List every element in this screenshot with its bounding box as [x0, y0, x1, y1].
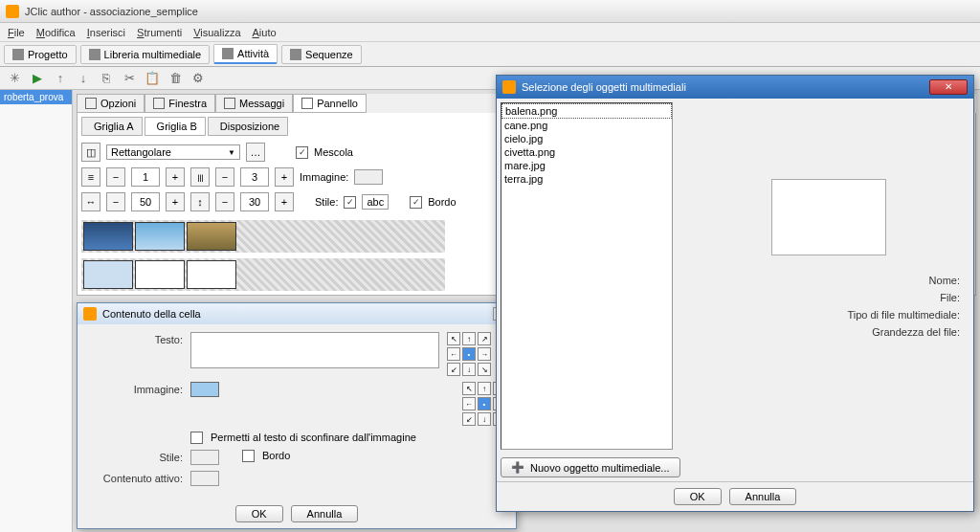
contenuto-button[interactable]: [190, 471, 219, 486]
file-item-cielo[interactable]: cielo.jpg: [501, 132, 672, 145]
messages-icon: [224, 98, 235, 109]
delete-button[interactable]: 🗑: [167, 70, 184, 87]
shape-icon-button[interactable]: ◫: [81, 143, 100, 162]
copy-button[interactable]: ⎘: [98, 70, 115, 87]
text-align-grid: ↖↑↗ ←•→ ↙↓↘: [447, 332, 491, 376]
arrow-up-button[interactable]: ↑: [52, 70, 69, 87]
mode-tabs: Progetto Libreria multimediale Attività …: [0, 42, 980, 67]
media-dialog-title: Selezione degli oggetti multimediali: [522, 81, 686, 93]
width-plus[interactable]: +: [166, 192, 185, 211]
new-media-object-button[interactable]: ➕ Nuovo oggetto multimediale...: [501, 457, 680, 477]
align-br[interactable]: ↘: [478, 363, 491, 376]
align-mr[interactable]: →: [478, 347, 491, 361]
height-value[interactable]: 30: [240, 192, 269, 211]
cell-content-dialog: Contenuto della cella ✕ Testo: ↖↑↗ ←•→ ↙…: [77, 302, 517, 529]
shape-dropdown[interactable]: Rettangolare▼: [106, 144, 240, 160]
cut-button[interactable]: ✂: [121, 70, 138, 87]
align-tc[interactable]: ↑: [462, 332, 476, 345]
stile-button[interactable]: [190, 450, 219, 465]
tab-finestra[interactable]: Finestra: [145, 94, 215, 113]
img-align-ml[interactable]: ←: [462, 397, 476, 410]
img-align-mc[interactable]: •: [478, 397, 491, 410]
img-align-tl[interactable]: ↖: [462, 382, 476, 395]
stile-checkbox[interactable]: [344, 196, 356, 209]
tab-opzioni[interactable]: Opzioni: [77, 94, 145, 113]
properties-button[interactable]: ⚙: [189, 70, 207, 87]
tab-sequenze[interactable]: Sequenze: [281, 45, 362, 64]
width-minus[interactable]: −: [106, 192, 125, 211]
height-plus[interactable]: +: [275, 192, 294, 211]
align-tr[interactable]: ↗: [478, 332, 491, 345]
align-tl[interactable]: ↖: [447, 332, 460, 345]
align-mc[interactable]: •: [462, 347, 476, 361]
media-dialog-close-button[interactable]: ✕: [929, 79, 968, 95]
permetti-checkbox[interactable]: [190, 432, 203, 444]
mescola-label: Mescola: [314, 146, 353, 158]
subtab-griglia-b[interactable]: Griglia B: [145, 117, 206, 136]
subtab-disposizione[interactable]: Disposizione: [208, 117, 288, 136]
cell-2[interactable]: [135, 222, 185, 251]
menu-inserisci[interactable]: Inserisci: [87, 27, 125, 38]
cell-6[interactable]: [187, 260, 236, 289]
arrow-down-button[interactable]: ↓: [75, 70, 92, 87]
menu-aiuto[interactable]: Aiuto: [253, 27, 277, 38]
library-icon: [89, 49, 100, 60]
subtab-griglia-a[interactable]: Griglia A: [81, 117, 143, 136]
bordo-label2: Bordo: [262, 450, 290, 461]
cell-ok-button[interactable]: OK: [235, 505, 283, 522]
menu-strumenti[interactable]: Strumenti: [137, 27, 182, 38]
media-annulla-button[interactable]: Annulla: [729, 488, 797, 505]
img-align-bl[interactable]: ↙: [462, 412, 476, 426]
cols-plus[interactable]: +: [275, 167, 294, 187]
rows-value[interactable]: 1: [131, 167, 160, 187]
activity-item-selected[interactable]: roberta_prova: [0, 90, 72, 104]
menu-file[interactable]: File: [8, 27, 25, 38]
file-item-civetta[interactable]: civetta.png: [501, 145, 672, 159]
paste-button[interactable]: 📋: [144, 70, 161, 87]
file-item-balena[interactable]: balena.png: [501, 103, 672, 119]
tab-attivita[interactable]: Attività: [213, 44, 278, 64]
tab-messaggi[interactable]: Messaggi: [215, 94, 293, 113]
cell-4[interactable]: [83, 260, 133, 289]
immagine-label: Immagine:: [300, 171, 348, 183]
file-item-mare[interactable]: mare.jpg: [501, 159, 672, 172]
rows-icon: ≡: [81, 167, 100, 187]
cell-3[interactable]: [187, 222, 236, 251]
image-button[interactable]: [354, 169, 383, 185]
cols-value[interactable]: 3: [240, 167, 269, 187]
file-item-cane[interactable]: cane.png: [501, 119, 672, 132]
cols-minus[interactable]: −: [215, 167, 234, 187]
img-align-tc[interactable]: ↑: [478, 382, 491, 395]
align-ml[interactable]: ←: [447, 347, 460, 361]
height-minus[interactable]: −: [215, 192, 234, 211]
file-item-terra[interactable]: terra.jpg: [501, 172, 672, 186]
meta-tipo: Tipo di file multimediale:: [688, 309, 960, 321]
cell-annulla-button[interactable]: Annulla: [291, 505, 359, 522]
menu-visualizza[interactable]: Visualizza: [193, 27, 240, 38]
testo-textarea[interactable]: [190, 332, 439, 368]
cell-dialog-titlebar: Contenuto della cella ✕: [78, 303, 516, 324]
cell-5[interactable]: [135, 260, 185, 289]
more-button[interactable]: …: [246, 143, 265, 162]
meta-nome: Nome:: [688, 275, 960, 286]
bordo-checkbox2[interactable]: [242, 450, 255, 462]
align-bc[interactable]: ↓: [462, 363, 476, 376]
mescola-checkbox[interactable]: [296, 146, 308, 159]
img-align-bc[interactable]: ↓: [478, 412, 491, 426]
rows-minus[interactable]: −: [106, 167, 125, 187]
tab-progetto[interactable]: Progetto: [4, 45, 77, 64]
media-ok-button[interactable]: OK: [674, 488, 722, 505]
play-button[interactable]: ▶: [29, 70, 46, 87]
abc-button[interactable]: abc: [362, 194, 389, 210]
cell-1[interactable]: [83, 222, 133, 251]
menu-modifica[interactable]: Modifica: [36, 27, 76, 38]
new-button[interactable]: ✳: [6, 70, 23, 87]
media-file-list[interactable]: balena.png cane.png cielo.jpg civetta.pn…: [501, 102, 673, 450]
width-value[interactable]: 50: [131, 192, 160, 211]
choose-image-button[interactable]: [190, 382, 219, 397]
tab-pannello[interactable]: Pannello: [293, 94, 367, 113]
tab-libreria[interactable]: Libreria multimediale: [80, 45, 211, 64]
rows-plus[interactable]: +: [166, 167, 185, 187]
align-bl[interactable]: ↙: [447, 363, 460, 376]
bordo-checkbox[interactable]: [410, 196, 422, 209]
